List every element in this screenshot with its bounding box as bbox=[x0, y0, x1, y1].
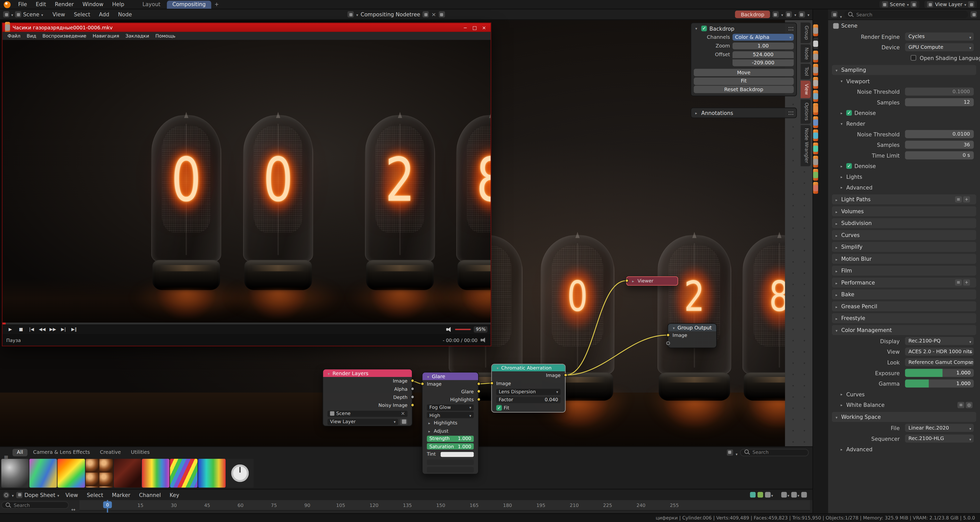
offset-y-field[interactable]: -209.000 bbox=[733, 59, 794, 67]
property-row[interactable]: Freestyle bbox=[832, 313, 976, 323]
checkbox[interactable] bbox=[846, 163, 852, 169]
menu-item[interactable]: Node bbox=[115, 11, 136, 18]
sidebar-tab[interactable]: Node Wrangler bbox=[801, 125, 811, 166]
property-row[interactable]: Display Rec.2100-PQ bbox=[829, 336, 979, 346]
node-slider[interactable] bbox=[427, 467, 474, 473]
skip-end-button[interactable]: ▶| bbox=[59, 325, 68, 334]
property-row[interactable]: Advanced bbox=[829, 444, 979, 455]
editor-type-icon[interactable] bbox=[3, 11, 9, 18]
node-header[interactable]: Render Layers bbox=[323, 369, 412, 377]
annotations-panel-header[interactable]: Annotations bbox=[694, 109, 794, 117]
property-row[interactable]: Lights bbox=[829, 171, 979, 182]
overlays-icon[interactable] bbox=[799, 11, 805, 18]
material-tab-icon[interactable] bbox=[813, 182, 818, 194]
render-tab-icon[interactable] bbox=[813, 38, 818, 49]
property-control[interactable]: Linear Rec.2020 bbox=[905, 424, 974, 432]
sidebar-tab[interactable]: Group bbox=[801, 22, 811, 43]
property-row[interactable]: Viewport bbox=[829, 76, 979, 86]
property-control[interactable]: Cycles bbox=[905, 32, 974, 41]
menu-item[interactable]: Вид bbox=[24, 33, 39, 39]
node-header[interactable]: Glare bbox=[423, 372, 478, 380]
output-socket[interactable] bbox=[410, 387, 414, 391]
blender-logo-icon[interactable] bbox=[4, 1, 11, 8]
checkbox[interactable] bbox=[910, 55, 916, 60]
collapse-icon[interactable] bbox=[426, 374, 431, 379]
menu-item[interactable]: Select bbox=[70, 11, 94, 18]
sidebar-tab[interactable]: Options bbox=[801, 99, 811, 124]
rgb-bands-thumbnail[interactable] bbox=[198, 459, 226, 488]
sidebar-tab[interactable]: Node bbox=[801, 44, 811, 62]
menu-item[interactable]: Select bbox=[83, 491, 107, 498]
property-row[interactable]: Sequencer Rec.2100-HLG bbox=[829, 433, 979, 444]
property-row[interactable]: Render bbox=[829, 118, 979, 129]
menu-item[interactable]: Key bbox=[166, 491, 183, 498]
property-row[interactable]: File Linear Rec.2020 bbox=[829, 423, 979, 433]
property-row[interactable]: Motion Blur bbox=[832, 254, 976, 264]
node-slider[interactable] bbox=[427, 459, 474, 465]
backdrop-checkbox[interactable] bbox=[701, 25, 707, 31]
property-row[interactable]: Light Paths bbox=[832, 194, 976, 204]
property-control[interactable]: 0 s bbox=[905, 151, 974, 159]
workspace-tab[interactable]: Compositing bbox=[167, 0, 211, 8]
node-header[interactable]: Chromatic Aberration bbox=[492, 364, 565, 371]
tint-color-swatch[interactable] bbox=[441, 452, 474, 457]
output-tab-icon[interactable] bbox=[813, 51, 818, 62]
output-socket[interactable] bbox=[476, 397, 480, 401]
menu-item[interactable]: Навигация bbox=[90, 33, 122, 39]
spectrum-stripes-thumbnail[interactable] bbox=[142, 459, 170, 488]
render-layer-button[interactable] bbox=[400, 419, 407, 425]
copper-spheres-thumbnail[interactable] bbox=[86, 459, 113, 488]
unlink-icon[interactable] bbox=[431, 11, 436, 18]
fit-checkbox[interactable] bbox=[496, 405, 502, 411]
property-control[interactable]: 1.000 bbox=[905, 369, 974, 377]
show-hidden-icon[interactable] bbox=[757, 492, 763, 498]
property-control[interactable]: Rec.2100-HLG bbox=[905, 434, 974, 442]
menu-item[interactable]: Воспроизведение bbox=[40, 33, 89, 39]
asset-search-input[interactable]: Search bbox=[740, 449, 809, 456]
menu-item[interactable]: Render bbox=[51, 0, 77, 8]
property-row[interactable]: Volumes bbox=[832, 206, 976, 216]
menu-item[interactable]: Помощь bbox=[153, 33, 178, 39]
dark-red-texture-thumbnail[interactable] bbox=[114, 459, 141, 488]
menu-item[interactable]: Add bbox=[95, 11, 113, 18]
tool-tab-icon[interactable] bbox=[813, 24, 818, 36]
smoke-texture-thumbnail[interactable] bbox=[1, 459, 29, 488]
current-frame-indicator[interactable]: 0 bbox=[103, 501, 112, 508]
seek-bar[interactable] bbox=[3, 323, 491, 324]
scene-context-label[interactable]: Scene bbox=[23, 11, 39, 18]
extras-icon[interactable] bbox=[963, 196, 970, 202]
menu-item[interactable]: View bbox=[49, 11, 69, 18]
object-tab-icon[interactable] bbox=[813, 103, 818, 115]
backdrop-action-button[interactable]: Move bbox=[694, 69, 794, 76]
input-socket[interactable] bbox=[420, 382, 424, 386]
rainbow-gradient-thumbnail[interactable] bbox=[57, 459, 85, 488]
menu-item[interactable]: Файл bbox=[5, 33, 23, 39]
property-row[interactable]: Curves bbox=[832, 230, 976, 240]
overlays-icon[interactable] bbox=[801, 492, 807, 498]
property-control[interactable]: ACES 2.0 - HDR 1000 nits bbox=[905, 348, 974, 356]
property-control[interactable]: 0.1000 bbox=[905, 88, 974, 96]
asset-catalog-tab[interactable]: All bbox=[13, 449, 27, 456]
menu-item[interactable]: Window bbox=[79, 0, 107, 8]
view-layer-tab-icon[interactable] bbox=[813, 64, 818, 76]
modifiers-tab-icon[interactable] bbox=[813, 116, 818, 128]
rainbow-waves-thumbnail[interactable] bbox=[170, 459, 197, 488]
color-noise-thumbnail[interactable] bbox=[29, 459, 57, 488]
property-row[interactable]: Samples 12 bbox=[829, 97, 979, 108]
volume-slider[interactable] bbox=[455, 329, 472, 330]
property-row[interactable]: Film bbox=[832, 266, 976, 275]
collapse-icon[interactable] bbox=[495, 366, 500, 370]
properties-editor-icon[interactable] bbox=[831, 11, 837, 18]
window-title-bar[interactable]: Часики газоразрядные0001-0006.mkv −□× bbox=[3, 23, 491, 32]
property-row[interactable]: Color Management bbox=[832, 325, 976, 335]
sidebar-tab[interactable]: Tool bbox=[801, 64, 811, 80]
particles-tab-icon[interactable] bbox=[813, 129, 818, 142]
scene-selector[interactable]: Scene bbox=[879, 0, 920, 8]
property-row[interactable]: Noise Threshold 0.0100 bbox=[829, 129, 979, 139]
property-row[interactable]: Time Limit 0 s bbox=[829, 150, 979, 161]
panel-grip[interactable] bbox=[788, 110, 794, 115]
fake-user-shield-icon[interactable] bbox=[423, 11, 429, 18]
view-layer-dropdown[interactable]: View Layer bbox=[328, 419, 398, 425]
backdrop-image-icon[interactable] bbox=[772, 11, 778, 18]
maximize-button[interactable]: □ bbox=[471, 24, 479, 31]
